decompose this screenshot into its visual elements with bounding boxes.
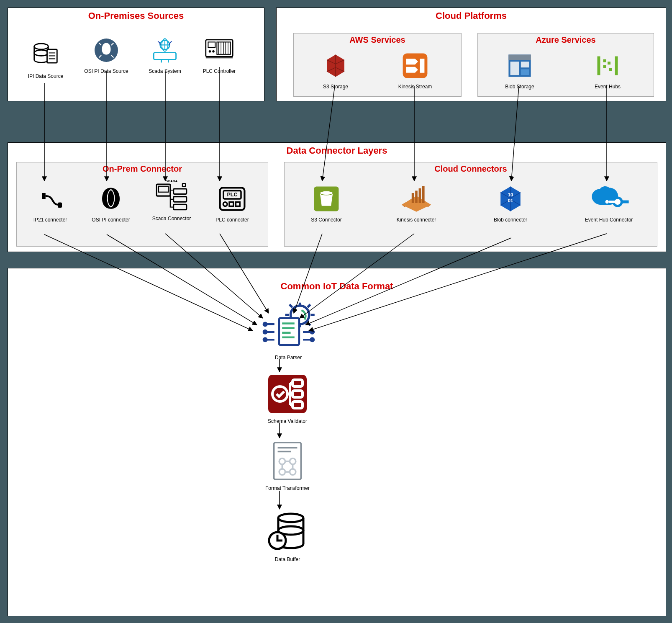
node-scada-connector: SCADA Scada Connector xyxy=(146,179,197,221)
parser-icon xyxy=(261,301,315,351)
node-kinesis-stream: Kinesis Stream xyxy=(390,51,440,90)
label-event-hubs: Event Hubs xyxy=(582,84,633,90)
blob-icon xyxy=(505,51,534,80)
svg-rect-51 xyxy=(419,188,421,203)
svg-rect-52 xyxy=(422,186,425,203)
label-osi-pi-connecter: OSI PI connecter xyxy=(86,217,136,223)
svg-rect-36 xyxy=(174,189,187,194)
label-data-parser: Data Parser xyxy=(251,355,326,360)
svg-rect-50 xyxy=(415,191,418,203)
svg-point-85 xyxy=(278,514,303,522)
svg-rect-26 xyxy=(521,62,529,67)
svg-text:01: 01 xyxy=(508,198,513,203)
svg-point-0 xyxy=(34,44,49,49)
svg-rect-37 xyxy=(174,197,187,202)
svg-point-20 xyxy=(212,50,215,53)
svg-point-64 xyxy=(264,323,267,326)
node-data-buffer: Data Buffer xyxy=(262,511,313,562)
panel-onprem-sources: On-Premises Sources IPI Data Source OSI … xyxy=(8,8,264,101)
title-common-format: Common IoT Data Format xyxy=(8,281,666,292)
title-cloud-connectors: Cloud Connectors xyxy=(285,162,657,174)
svg-rect-22 xyxy=(420,59,424,73)
title-connector-layers: Data Connector Layers xyxy=(8,143,666,156)
buffer-icon xyxy=(267,511,308,553)
svg-rect-27 xyxy=(521,69,529,75)
label-plc-connecter: PLC connecter xyxy=(207,217,257,223)
svg-text:10: 10 xyxy=(508,192,513,197)
node-kinesis-connecter: Kinesis connecter xyxy=(389,184,444,223)
db-doc-icon xyxy=(31,41,60,70)
node-scada-system: Scada System xyxy=(142,36,188,74)
osi-leaf-icon xyxy=(96,184,126,214)
svg-text:PLC: PLC xyxy=(227,192,237,198)
scada-globe-icon xyxy=(150,36,180,65)
label-data-buffer: Data Buffer xyxy=(262,556,313,562)
svg-rect-33 xyxy=(58,202,62,208)
svg-point-43 xyxy=(223,202,227,206)
node-blob-storage: Blob Storage xyxy=(495,51,545,90)
label-blob-connecter: Blob connecter xyxy=(485,217,536,223)
svg-rect-59 xyxy=(279,318,299,345)
svg-rect-30 xyxy=(603,65,606,68)
diagram-canvas: On-Premises Sources IPI Data Source OSI … xyxy=(0,0,672,623)
node-blob-connecter: 1001 Blob connecter xyxy=(485,184,536,223)
scada-net-icon xyxy=(155,183,188,212)
usb-icon xyxy=(36,184,65,214)
label-ipi-data-source: IPI Data Source xyxy=(21,73,71,79)
label-osi-pi-data-source: OSI PI Data Source xyxy=(83,68,129,74)
panel-common-format: Common IoT Data Format Data Parser Schem… xyxy=(8,268,666,616)
title-cloud-platforms: Cloud Platforms xyxy=(277,8,666,21)
title-onprem-sources: On-Premises Sources xyxy=(8,8,264,21)
svg-rect-25 xyxy=(510,62,519,75)
node-osi-pi-data-source: OSI PI Data Source xyxy=(83,36,129,74)
title-azure-services: Azure Services xyxy=(478,33,654,45)
svg-point-68 xyxy=(311,338,314,341)
panel-onprem-connector: On-Prem Connector IP21 connecter OSI PI … xyxy=(16,162,268,247)
svg-rect-28 xyxy=(603,59,606,62)
node-s3-storage: S3 Storage xyxy=(310,51,361,90)
svg-rect-35 xyxy=(159,186,168,192)
label-ip21-connecter: IP21 connecter xyxy=(25,217,75,223)
node-ipi-data-source: IPI Data Source xyxy=(21,41,71,79)
kinesis-icon xyxy=(400,51,430,80)
svg-rect-49 xyxy=(412,193,414,203)
plc-panel-icon xyxy=(205,36,234,65)
svg-point-66 xyxy=(264,338,267,341)
node-data-parser: Data Parser xyxy=(251,301,326,360)
node-event-hubs: Event Hubs xyxy=(582,51,633,90)
svg-point-65 xyxy=(264,330,267,333)
panel-aws-services: AWS Services S3 Storage Kinesis Stream xyxy=(293,33,462,97)
event-hub-conn-icon xyxy=(588,184,630,214)
title-aws-services: AWS Services xyxy=(294,33,461,45)
node-plc-controller: PLC Controller xyxy=(196,36,242,74)
s3-icon xyxy=(321,51,350,80)
node-schema-validator: Schema Validator xyxy=(262,373,313,424)
osi-circle-icon xyxy=(92,36,121,65)
svg-point-1 xyxy=(34,50,49,56)
label-blob-storage: Blob Storage xyxy=(495,84,545,90)
svg-rect-29 xyxy=(608,62,610,64)
label-kinesis-connecter: Kinesis connecter xyxy=(389,217,444,223)
svg-rect-38 xyxy=(174,204,187,209)
plc-icon: PLC xyxy=(218,184,247,214)
label-format-transformer: Format Transformer xyxy=(262,485,313,491)
node-s3-connector: S3 Connector xyxy=(301,184,351,223)
svg-rect-7 xyxy=(154,53,176,60)
svg-rect-44 xyxy=(229,202,233,206)
validator-icon xyxy=(267,373,308,415)
label-kinesis-stream: Kinesis Stream xyxy=(390,84,440,90)
svg-point-67 xyxy=(311,330,314,333)
svg-point-57 xyxy=(605,200,609,203)
svg-rect-31 xyxy=(609,68,612,71)
label-schema-validator: Schema Validator xyxy=(262,418,313,424)
transformer-icon xyxy=(269,440,306,482)
panel-azure-services: Azure Services Blob Storage Event Hubs xyxy=(477,33,654,97)
svg-rect-12 xyxy=(208,42,215,47)
node-format-transformer: Format Transformer xyxy=(262,440,313,491)
blob-conn-icon: 1001 xyxy=(496,184,525,214)
node-ip21-connecter: IP21 connecter xyxy=(25,184,75,223)
label-s3-connector: S3 Connector xyxy=(301,217,351,223)
kinesis-conn-icon xyxy=(398,184,435,214)
title-onprem-connector: On-Prem Connector xyxy=(17,162,268,174)
svg-point-19 xyxy=(209,50,211,53)
